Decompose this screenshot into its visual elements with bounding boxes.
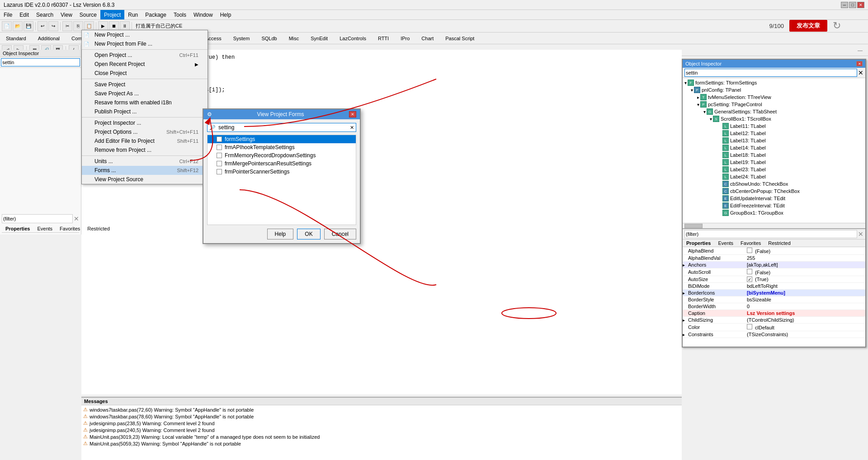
comp-tab-sqldb[interactable]: SQLdb [257, 34, 281, 42]
title-bar-controls: ─ □ ✕ [841, 2, 864, 8]
left-object-inspector: Object Inspector ✕ Properties Events Fav… [0, 50, 81, 56]
menu-tools[interactable]: Tools [170, 10, 190, 19]
dropdown-sep-1 [82, 49, 208, 50]
close-button[interactable]: ✕ [857, 2, 864, 8]
toolbar-sep3 [96, 22, 96, 30]
new-proj-file-icon: 📄 [84, 42, 89, 47]
toolbar-cut[interactable]: ✂ [62, 21, 72, 31]
comp-tab-additional[interactable]: Additional [34, 34, 64, 42]
comp-tab-synedit[interactable]: SynEdit [307, 34, 332, 42]
left-oi-header: Object Inspector [0, 50, 81, 56]
menu-new-project[interactable]: 📄 New Project ... [82, 30, 208, 39]
menu-view[interactable]: View [57, 10, 76, 19]
toolbar-sep2 [60, 22, 61, 30]
menu-source[interactable]: Source [76, 10, 100, 19]
comp-tab-rtti[interactable]: RTTI [374, 34, 393, 42]
top-right-area: 9/100 发布文章 ↻ [769, 20, 841, 32]
comp-tab-pascal[interactable]: Pascal Script [441, 34, 478, 42]
toolbar-redo[interactable]: ↪ [48, 21, 58, 31]
comp-tab-misc[interactable]: Misc [285, 34, 303, 42]
comp-tab-chart[interactable]: Chart [417, 34, 438, 42]
menu-edit[interactable]: Edit [16, 10, 33, 19]
toolbar-new[interactable]: 📄 [2, 21, 12, 31]
menu-new-project-file[interactable]: 📄 New Project from File ... [82, 39, 208, 48]
toolbar2-center-indicator: — [854, 47, 866, 53]
comp-tab-lazcontrols[interactable]: LazControls [335, 34, 370, 42]
menu-open-project[interactable]: Open Project ... Ctrl+F11 [82, 51, 208, 56]
menu-bar: File Edit Search View Source Project Run… [0, 10, 868, 20]
toolbar-open[interactable]: 📂 [13, 21, 23, 31]
menu-file[interactable]: File [0, 10, 16, 19]
menu-package[interactable]: Package [142, 10, 170, 19]
toolbar-save[interactable]: 💾 [24, 21, 33, 31]
comp-tab-system[interactable]: System [229, 34, 254, 42]
minimize-button[interactable]: ─ [841, 2, 848, 8]
menu-project[interactable]: Project [100, 10, 124, 19]
maximize-button[interactable]: □ [849, 2, 856, 8]
comp-tab-ipro[interactable]: IPro [396, 34, 414, 42]
toolbar-undo[interactable]: ↩ [38, 21, 47, 31]
menu-search[interactable]: Search [33, 10, 57, 19]
toolbar-sep4 [132, 22, 132, 30]
toolbar-label: 打造属于自己已的CE [134, 23, 184, 29]
comp-tab-standard[interactable]: Standard [2, 34, 30, 42]
counter-display: 9/100 [769, 23, 784, 29]
refresh-icon[interactable]: ↻ [833, 20, 841, 32]
title-bar: Lazarus IDE v2.0.0 r60307 - Lsz Version … [0, 0, 868, 10]
new-proj-icon: 📄 [84, 33, 89, 38]
title-bar-title: Lazarus IDE v2.0.0 r60307 - Lsz Version … [4, 2, 114, 8]
publish-button[interactable]: 发布文章 [789, 20, 827, 32]
toolbar-sep1 [35, 22, 36, 30]
project-dropdown-menu: 📄 New Project ... 📄 New Project from Fil… [81, 30, 208, 56]
menu-help[interactable]: Help [217, 10, 235, 19]
menu-run[interactable]: Run [124, 10, 142, 19]
menu-window[interactable]: Window [190, 10, 217, 19]
